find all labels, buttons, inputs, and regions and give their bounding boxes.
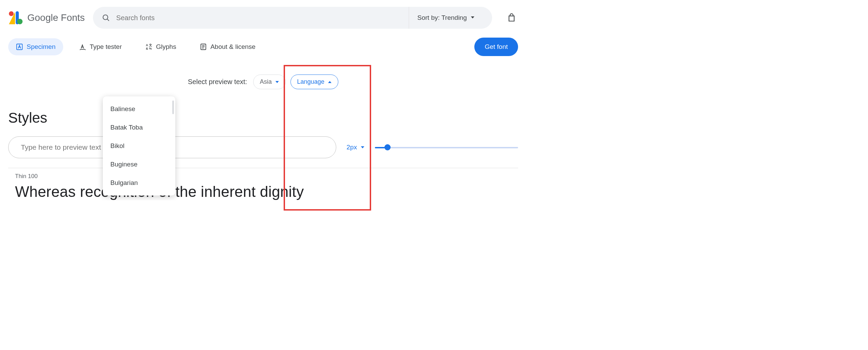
divider bbox=[8, 168, 518, 168]
svg-text:%: % bbox=[149, 47, 152, 50]
language-dropdown: Balinese Batak Toba Bikol Buginese Bulga… bbox=[103, 96, 175, 196]
tab-glyphs-label: Glyphs bbox=[156, 43, 176, 51]
tabs: Specimen Type tester A 文 & % Glyphs bbox=[0, 36, 526, 59]
caret-down-icon bbox=[275, 80, 279, 84]
language-option[interactable]: Bikol bbox=[103, 137, 175, 155]
logo-text: Google Fonts bbox=[27, 12, 85, 23]
tab-glyphs[interactable]: A 文 & % Glyphs bbox=[138, 38, 184, 55]
font-size-select[interactable]: 2px bbox=[347, 144, 365, 151]
font-size-value: 2px bbox=[347, 144, 357, 151]
preview-language-chip[interactable]: Language bbox=[290, 75, 338, 89]
sort-label: Sort by: Trending bbox=[417, 14, 467, 22]
svg-text:A: A bbox=[146, 43, 148, 47]
styles-heading: Styles bbox=[8, 110, 518, 126]
svg-point-0 bbox=[9, 11, 14, 16]
app-header: Google Fonts Sort by: Trending bbox=[0, 0, 526, 36]
svg-point-3 bbox=[103, 15, 108, 20]
search-input[interactable] bbox=[116, 14, 411, 22]
specimen-icon bbox=[16, 43, 23, 51]
slider-thumb[interactable] bbox=[384, 144, 391, 150]
caret-down-icon bbox=[361, 144, 365, 151]
tab-specimen-label: Specimen bbox=[27, 43, 56, 51]
preview-region-chip[interactable]: Asia bbox=[253, 75, 286, 89]
preview-text-selectors: Select preview text: Asia Language Balin… bbox=[0, 75, 526, 89]
weight-label: Thin 100 bbox=[8, 173, 518, 180]
type-tester-icon bbox=[79, 43, 86, 51]
logo[interactable]: Google Fonts bbox=[8, 11, 85, 25]
svg-line-4 bbox=[107, 19, 109, 21]
svg-point-2 bbox=[17, 19, 23, 24]
language-option[interactable]: Buginese bbox=[103, 155, 175, 174]
shopping-bag-icon[interactable] bbox=[507, 13, 516, 22]
language-option[interactable]: Bulgarian bbox=[103, 174, 175, 192]
preview-region-value: Asia bbox=[260, 78, 272, 85]
glyphs-icon: A 文 & % bbox=[145, 43, 153, 51]
tab-type-tester[interactable]: Type tester bbox=[71, 38, 130, 55]
language-option[interactable]: Batak Toba bbox=[103, 118, 175, 137]
preview-language-value: Language bbox=[297, 78, 324, 85]
tab-specimen[interactable]: Specimen bbox=[8, 38, 63, 55]
preview-controls-row: 2px bbox=[8, 136, 518, 158]
tab-type-tester-label: Type tester bbox=[90, 43, 122, 51]
slider-track bbox=[375, 147, 518, 148]
preview-select-label: Select preview text: bbox=[188, 78, 247, 86]
search-bar[interactable]: Sort by: Trending bbox=[93, 7, 492, 29]
styles-section: Styles 2px Thin 100 Whereas recognition … bbox=[0, 110, 526, 200]
svg-text:&: & bbox=[146, 47, 148, 50]
caret-down-icon bbox=[470, 14, 475, 22]
search-icon bbox=[102, 14, 110, 22]
language-option[interactable]: Balinese bbox=[103, 100, 175, 118]
about-icon bbox=[200, 43, 207, 51]
sort-button[interactable]: Sort by: Trending bbox=[409, 7, 483, 29]
caret-up-icon bbox=[328, 80, 332, 84]
svg-text:文: 文 bbox=[149, 43, 152, 47]
style-preview-text: Whereas recognition of the inherent dign… bbox=[8, 183, 518, 200]
logo-mark-icon bbox=[8, 11, 23, 25]
tab-about-license[interactable]: About & license bbox=[192, 38, 263, 55]
get-font-button[interactable]: Get font bbox=[474, 38, 518, 56]
tab-about-license-label: About & license bbox=[211, 43, 256, 51]
dropdown-scrollbar[interactable] bbox=[172, 100, 174, 114]
font-size-slider[interactable] bbox=[375, 146, 518, 148]
